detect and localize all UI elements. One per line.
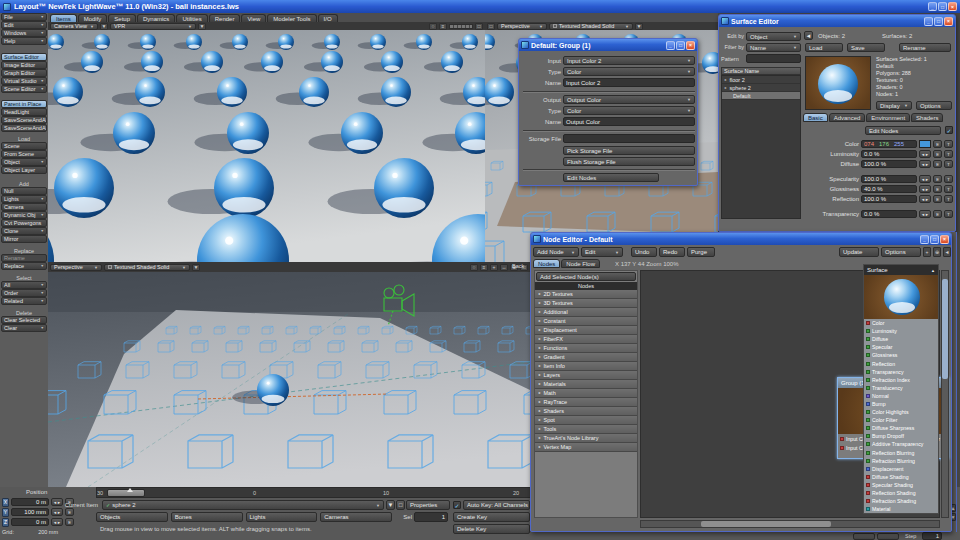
connection-dot[interactable] [866, 394, 870, 398]
maximize-button[interactable]: □ [930, 235, 939, 244]
surface-node-input[interactable]: Translucency [864, 384, 938, 392]
menu-tab[interactable]: Dynamics [137, 14, 175, 22]
save-button[interactable]: Save [847, 43, 885, 52]
surface-node-input[interactable]: Luminosity [864, 327, 938, 335]
sidebar-item[interactable]: Clear [1, 324, 47, 332]
prop-value-field[interactable]: 100.0 % [861, 160, 917, 168]
surface-node-header[interactable]: Surface ▲ [864, 265, 938, 275]
item-type-button[interactable]: Bones [171, 512, 243, 522]
surface-node-input[interactable]: Additive Transparency [864, 440, 938, 448]
menu-tab[interactable]: Setup [108, 14, 136, 22]
viewport1-view-dropdown[interactable]: Camera View [50, 23, 98, 30]
sidebar-item[interactable]: Related [1, 297, 47, 305]
connection-dot[interactable] [866, 402, 870, 406]
step-field[interactable]: 1 [922, 532, 942, 540]
prop-value-field[interactable]: 100.0 % [861, 175, 917, 183]
menu-icon[interactable]: ≡ [480, 264, 488, 271]
surface-node-input[interactable]: Color [864, 319, 938, 327]
surface-tab[interactable]: Shaders [911, 113, 943, 122]
timeline-ruler[interactable]: 0102030 [96, 487, 532, 498]
item-type-button[interactable]: Lights [246, 512, 318, 522]
maximize-button[interactable]: □ [938, 2, 947, 11]
connection-dot[interactable] [866, 442, 870, 446]
options-button[interactable]: Options [916, 101, 952, 110]
sidebar-item[interactable]: Object Layer [1, 166, 47, 174]
horizontal-scrollbar[interactable] [640, 520, 940, 528]
sidebar-item[interactable]: Order [1, 289, 47, 297]
connection-dot[interactable] [866, 483, 870, 487]
surface-node-input[interactable]: Reflection Blurring [864, 449, 938, 457]
create-key-button[interactable]: Create Key [453, 512, 530, 522]
connection-dot[interactable] [866, 491, 870, 495]
sidebar-item[interactable]: Clone [1, 227, 47, 235]
envelope-button[interactable]: E [933, 195, 942, 203]
expand-icon[interactable]: □ [475, 23, 483, 30]
autokey-checkbox[interactable] [453, 501, 461, 509]
sidebar-item[interactable]: Rename [1, 254, 47, 262]
texture-button[interactable]: T [944, 140, 953, 148]
minislider-button[interactable]: ◄► [919, 210, 931, 218]
node-category-item[interactable]: Constant [535, 317, 637, 326]
scrollbar-thumb[interactable] [701, 521, 831, 527]
viewport2-mode-dropdown[interactable]: Textured Shaded Solid [549, 23, 633, 30]
minislider-button[interactable]: ◄► [919, 150, 931, 158]
minimize-button[interactable]: _ [928, 2, 937, 11]
node-category-item[interactable]: Tools [535, 425, 637, 434]
redo-button[interactable]: Redo [659, 247, 685, 257]
pattern-input[interactable] [746, 54, 801, 63]
sidebar-item[interactable]: Graph Editor [1, 69, 47, 77]
sidebar-item[interactable]: Replace [1, 262, 47, 270]
connection-dot[interactable] [866, 410, 870, 414]
connection-dot[interactable] [866, 329, 870, 333]
update-button[interactable]: Update [839, 247, 879, 257]
connection-dot[interactable] [866, 370, 870, 374]
surface-destination-node[interactable]: Surface ▲ ColorLuminosityDiffuseSpecular… [863, 264, 939, 514]
sidebar-item[interactable]: Object [1, 158, 47, 166]
surface-node-input[interactable]: Material [864, 505, 938, 513]
minislider-button[interactable]: ◄► [919, 160, 931, 168]
envelope-button[interactable]: E [933, 185, 942, 193]
chevron-down-icon[interactable]: ▼ [192, 264, 200, 271]
name-input[interactable]: Input Color 2 [563, 78, 695, 87]
minislider-button[interactable]: ◄► [919, 185, 931, 193]
menu-tab[interactable]: Utilities [176, 14, 207, 22]
sidebar-item[interactable]: HeadLight [1, 108, 47, 116]
surface-node-input[interactable]: Glossiness [864, 351, 938, 359]
item-type-button[interactable]: Cameras [320, 512, 392, 522]
camera-icon[interactable]: ○ [470, 264, 478, 271]
item-lock-button[interactable]: □ [396, 500, 405, 510]
connection-dot[interactable] [866, 337, 870, 341]
surface-tab[interactable]: Basic [803, 113, 828, 122]
menu-tab[interactable]: Modeler Tools [267, 14, 316, 22]
surface-node-input[interactable]: Displacement [864, 465, 938, 473]
node-category-item[interactable]: Shaders [535, 407, 637, 416]
sidebar-item[interactable]: Surface Editor [1, 53, 47, 61]
edit-nodes-button[interactable]: Edit Nodes [563, 173, 659, 182]
minimize-button[interactable]: _ [666, 41, 675, 50]
texture-button[interactable]: T [944, 195, 953, 203]
maximize-button[interactable]: □ [934, 17, 943, 26]
color-b-value[interactable]: 255 [894, 141, 904, 147]
minimize-button[interactable]: _ [924, 17, 933, 26]
viewport1-mode-dropdown[interactable]: VPR [110, 23, 196, 30]
texture-button[interactable]: T [944, 150, 953, 158]
connection-dot[interactable] [866, 426, 870, 430]
connection-dot[interactable] [866, 321, 870, 325]
output-dropdown[interactable]: Output Color [563, 95, 695, 104]
sidebar-item[interactable]: Image Editor [1, 61, 47, 69]
surface-list-item[interactable]: Default [722, 92, 800, 100]
sidebar-item[interactable]: SaveSceneAndAL [1, 116, 47, 124]
item-list-dropdown-button[interactable]: ▼ [386, 500, 395, 510]
node-editor-titlebar[interactable]: Node Editor - Default _ □ × [531, 233, 951, 245]
menu-tab[interactable]: View [241, 14, 266, 22]
sidebar-item[interactable]: Scene Editor [1, 85, 47, 93]
node-category-item[interactable]: Vertex Map [535, 443, 637, 452]
sidebar-item[interactable]: SaveSceneAndAL [1, 124, 47, 132]
sidebar-item-edit[interactable]: Edit [1, 21, 47, 29]
node-category-item[interactable]: FiberFX [535, 335, 637, 344]
rename-button[interactable]: Rename [899, 43, 951, 52]
texture-button[interactable]: T [944, 175, 953, 183]
add-selected-nodes-button[interactable]: Add Selected Node(s) [536, 272, 636, 281]
maximize-button[interactable]: □ [676, 41, 685, 50]
sidebar-item[interactable]: Cvt Powergons [1, 219, 47, 227]
